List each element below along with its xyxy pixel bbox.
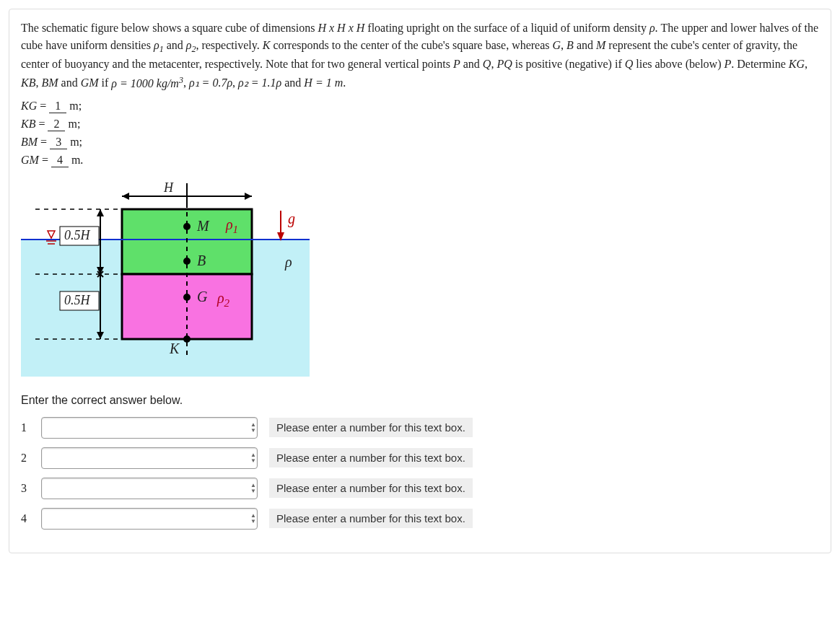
warn-1: Please enter a number for this text box. bbox=[269, 418, 473, 437]
line-kb: KB = 2 m; bbox=[21, 118, 819, 131]
blank-3: 3 bbox=[50, 136, 67, 149]
blank-4: 4 bbox=[51, 154, 69, 167]
text: if bbox=[99, 77, 112, 89]
figure-svg bbox=[21, 175, 310, 377]
P: P bbox=[453, 58, 460, 70]
text: floating upright on the surface of a liq… bbox=[364, 22, 649, 34]
text: The schematic figure below shows a squar… bbox=[21, 22, 318, 34]
question-card: The schematic figure below shows a squar… bbox=[9, 9, 831, 553]
input-label-4: 4 bbox=[21, 512, 32, 525]
label: GM bbox=[21, 154, 39, 166]
K: K bbox=[263, 39, 271, 51]
question-prompt: The schematic figure below shows a squar… bbox=[21, 19, 819, 92]
rho: ρ bbox=[649, 22, 655, 34]
BM: BM bbox=[41, 77, 58, 89]
text: corresponds to the center of the cube's … bbox=[270, 39, 552, 51]
fig-half1: 0.5H bbox=[64, 228, 90, 243]
answer-input-1[interactable] bbox=[41, 417, 258, 439]
text: and bbox=[460, 58, 483, 70]
svg-point-24 bbox=[183, 294, 191, 301]
rho1-val: ρ₁ = 0.7ρ bbox=[189, 77, 232, 89]
rho2: ρ2 bbox=[186, 39, 196, 51]
answer-input-3[interactable] bbox=[41, 478, 258, 499]
P2: P bbox=[724, 58, 731, 70]
warn-3: Please enter a number for this text box. bbox=[269, 478, 473, 498]
text: and bbox=[164, 39, 186, 51]
input-row-1: 1 ▲▼ Please enter a number for this text… bbox=[21, 417, 819, 439]
input-label-1: 1 bbox=[21, 421, 32, 434]
svg-point-25 bbox=[183, 335, 191, 343]
answer-input-2[interactable] bbox=[41, 447, 258, 469]
dims: H x H x H bbox=[318, 22, 364, 34]
svg-marker-18 bbox=[122, 193, 129, 200]
fig-rho: ρ bbox=[285, 254, 292, 271]
text: and bbox=[58, 77, 81, 89]
label: BM bbox=[21, 136, 38, 148]
fig-M: M bbox=[197, 218, 209, 234]
text: lies above (below) bbox=[633, 58, 724, 70]
GM: GM bbox=[81, 77, 99, 89]
warn-4: Please enter a number for this text box. bbox=[269, 509, 473, 528]
G: G bbox=[553, 39, 561, 51]
B: B bbox=[566, 39, 574, 51]
input-row-3: 3 ▲▼ Please enter a number for this text… bbox=[21, 478, 819, 499]
text: . Determine bbox=[731, 58, 789, 70]
answer-input-4[interactable] bbox=[41, 508, 258, 530]
text: is positive (negative) if bbox=[512, 58, 625, 70]
blank-1: 1 bbox=[49, 100, 66, 113]
text: , respectively. bbox=[196, 39, 262, 51]
unit: m; bbox=[68, 118, 80, 130]
line-gm: GM = 4 m. bbox=[21, 154, 819, 167]
text: and bbox=[574, 39, 596, 51]
unit: m. bbox=[71, 154, 83, 166]
fig-K: K bbox=[170, 341, 179, 357]
rho2-val: ρ₂ = 1.1ρ bbox=[238, 77, 281, 89]
Q2: Q bbox=[625, 58, 634, 70]
fig-rho1: ρ1 bbox=[226, 216, 238, 236]
svg-marker-19 bbox=[245, 193, 252, 200]
blank-2: 2 bbox=[48, 118, 65, 131]
enter-heading: Enter the correct answer below. bbox=[21, 394, 819, 407]
label: KG bbox=[21, 100, 37, 112]
unit: m; bbox=[69, 100, 82, 112]
fig-g: g bbox=[288, 211, 295, 227]
line-bm: BM = 3 m; bbox=[21, 136, 819, 149]
h-val: H = 1 m bbox=[304, 77, 343, 89]
input-label-3: 3 bbox=[21, 482, 32, 495]
answer-lines: KG = 1 m; KB = 2 m; BM = 3 m; GM = 4 m. bbox=[21, 100, 819, 167]
input-row-4: 4 ▲▼ Please enter a number for this text… bbox=[21, 508, 819, 530]
fig-H: H bbox=[164, 180, 173, 196]
PQ: PQ bbox=[496, 58, 512, 70]
input-row-2: 2 ▲▼ Please enter a number for this text… bbox=[21, 447, 819, 469]
svg-point-23 bbox=[183, 258, 191, 265]
rho1: ρ1 bbox=[154, 39, 164, 51]
unit: m; bbox=[70, 136, 82, 148]
fig-B: B bbox=[197, 253, 206, 269]
fig-rho2: ρ2 bbox=[217, 290, 229, 310]
svg-marker-11 bbox=[97, 209, 104, 216]
input-label-2: 2 bbox=[21, 452, 32, 465]
KG: KG bbox=[789, 58, 805, 70]
KB: KB bbox=[21, 77, 35, 89]
fig-half2: 0.5H bbox=[64, 293, 90, 308]
svg-marker-4 bbox=[48, 231, 55, 238]
label: KB bbox=[21, 118, 35, 130]
schematic-figure: H 0.5H 0.5H M B G K ρ1 ρ2 ρ g bbox=[21, 175, 310, 377]
line-kg: KG = 1 m; bbox=[21, 100, 819, 113]
warn-2: Please enter a number for this text box. bbox=[269, 448, 473, 467]
Q: Q bbox=[483, 58, 491, 70]
svg-point-22 bbox=[183, 223, 191, 230]
fig-G: G bbox=[197, 289, 207, 305]
rho-val: ρ = 1000 kg/m3 bbox=[111, 77, 183, 89]
M: M bbox=[596, 39, 605, 51]
